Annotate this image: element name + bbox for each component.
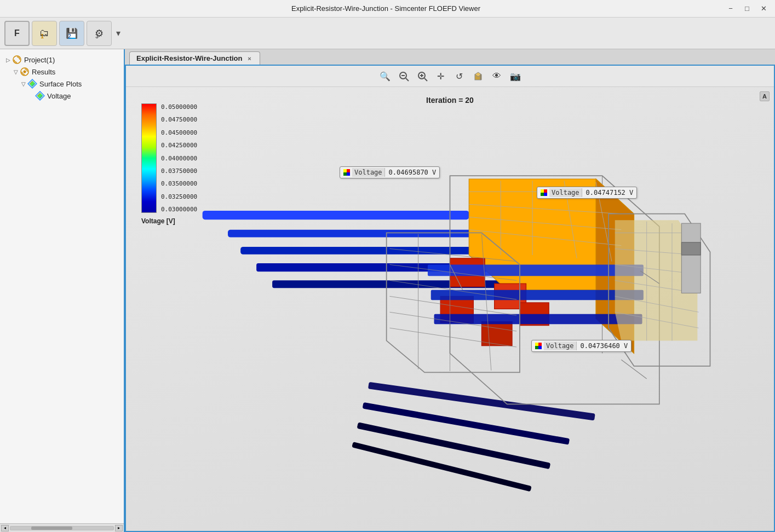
zoom-in-button[interactable]: 🔍 [377, 69, 393, 83]
tooltip-1-value: 0.04695870 V [389, 169, 437, 176]
maximize-button[interactable]: □ [740, 3, 754, 14]
results-label: Results [32, 68, 55, 76]
expand-surface-icon: ▽ [20, 80, 27, 88]
tooltip-1-label: Voltage [352, 168, 385, 177]
tab-close-button[interactable]: × [245, 55, 253, 62]
expand-icon: ▷ [4, 56, 12, 63]
visibility-button[interactable]: 👁 [489, 69, 504, 83]
open-button[interactable]: 🗂 1 [32, 21, 57, 46]
project-label: Project(1) [24, 56, 55, 64]
svg-marker-16 [480, 74, 481, 80]
voltage-icon-3 [535, 343, 542, 349]
voltage-icon [35, 91, 45, 101]
screenshot-button[interactable]: 📷 [508, 69, 523, 83]
voltage-icon-2 [541, 189, 547, 196]
svg-rect-69 [681, 242, 701, 255]
tree-panel: ▷ Project(1) ▽ Results [0, 49, 124, 523]
tab-label: Explicit-Resistor-Wire-Junction [136, 54, 242, 62]
main-content: ▷ Project(1) ▽ Results [0, 49, 775, 532]
voltage-tooltip-2: Voltage 0.04747152 V [537, 187, 637, 199]
scene-area[interactable]: Iteration = 20 0.05000000 0.04750000 0.0… [126, 87, 774, 531]
svg-line-8 [406, 78, 409, 81]
save-button[interactable]: 💾 2 [59, 21, 84, 46]
viewport: 🔍 ✛ ↺ 👁 📷 [125, 65, 775, 532]
voltage-tooltip-1: Voltage 0.04695870 V [340, 166, 440, 178]
svg-rect-43 [481, 322, 512, 346]
settings-button[interactable]: ⚙ 3 [87, 21, 112, 46]
expand-results-icon: ▽ [12, 68, 20, 76]
tree-item-results[interactable]: ▽ Results [10, 66, 122, 78]
minimize-button[interactable]: − [724, 3, 738, 14]
svg-point-2 [24, 71, 26, 73]
voltage-icon-1 [343, 169, 350, 176]
svg-rect-24 [357, 422, 551, 469]
title-bar: Explicit-Resistor-Wire-Junction - Simcen… [0, 0, 775, 18]
scroll-track[interactable] [10, 526, 114, 530]
svg-rect-17 [203, 211, 469, 219]
svg-rect-47 [434, 314, 642, 325]
svg-rect-45 [428, 264, 644, 276]
tree-item-project[interactable]: ▷ Project(1) [2, 54, 122, 66]
svg-line-11 [424, 78, 427, 81]
rotate-button[interactable]: ↺ [452, 69, 467, 83]
svg-rect-19 [240, 247, 491, 255]
scroll-thumb [31, 527, 72, 530]
dropdown-arrow[interactable]: ▾ [114, 26, 123, 41]
viewport-toolbar: 🔍 ✛ ↺ 👁 📷 [126, 66, 774, 87]
tab-bar: Explicit-Resistor-Wire-Junction × [125, 49, 775, 65]
toolbar: F 🗂 1 💾 2 ⚙ 3 ▾ [0, 18, 775, 49]
sidebar-scrollbar[interactable]: ◂ ▸ [0, 523, 124, 532]
window-title: Explicit-Resistor-Wire-Junction - Simcen… [48, 4, 724, 13]
svg-rect-18 [228, 230, 481, 238]
close-button[interactable]: ✕ [756, 3, 771, 14]
tree-item-surface-plots[interactable]: ▽ Surface Plots [18, 78, 122, 90]
right-content: Explicit-Resistor-Wire-Junction × 🔍 ✛ ↺ [125, 49, 775, 532]
tooltip-2-label: Voltage [549, 188, 582, 197]
pan-button[interactable]: ✛ [433, 69, 449, 83]
scroll-right-arrow[interactable]: ▸ [115, 525, 123, 531]
svg-rect-25 [352, 442, 532, 491]
tooltip-3-value: 0.04736460 V [581, 342, 628, 350]
scroll-left-arrow[interactable]: ◂ [1, 525, 9, 531]
tooltip-2-value: 0.04747152 V [586, 189, 634, 196]
project-icon [12, 55, 22, 65]
voltage-label: Voltage [47, 92, 71, 100]
file-button[interactable]: F [4, 21, 30, 46]
tooltip-3-label: Voltage [544, 342, 577, 350]
scroll-indicator[interactable]: A [760, 91, 770, 101]
surface-plots-label: Surface Plots [39, 80, 82, 88]
zoom-out-button[interactable] [396, 69, 411, 83]
view-cube-button[interactable] [470, 69, 486, 83]
scene-svg [126, 87, 774, 531]
sidebar: ▷ Project(1) ▽ Results [0, 49, 125, 532]
voltage-tooltip-3: Voltage 0.04736460 V [531, 340, 632, 352]
svg-rect-68 [681, 223, 701, 293]
tree-item-voltage[interactable]: ▷ Voltage [25, 90, 122, 102]
svg-line-72 [621, 360, 646, 379]
window-controls: − □ ✕ [724, 3, 771, 14]
tab-explicit-resistor[interactable]: Explicit-Resistor-Wire-Junction × [129, 51, 260, 65]
surface-plots-icon [27, 79, 37, 89]
results-icon [20, 67, 30, 77]
fit-view-button[interactable] [415, 69, 430, 83]
